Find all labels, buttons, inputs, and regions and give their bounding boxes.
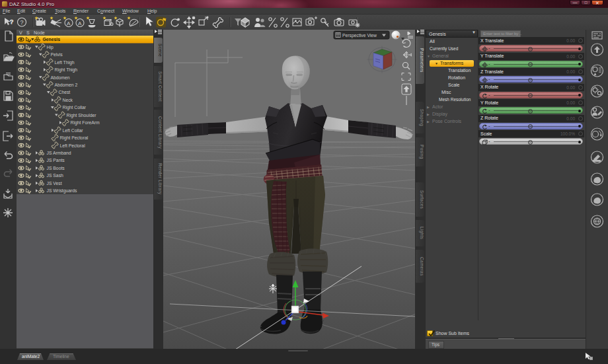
svg-text:Right ForeArm: Right ForeArm xyxy=(71,120,100,126)
svg-text:Right Shoulder: Right Shoulder xyxy=(67,113,97,118)
svg-text:JS Pants: JS Pants xyxy=(47,158,65,163)
svg-text:Right Thigh: Right Thigh xyxy=(55,67,78,73)
svg-text:JS Wristguards: JS Wristguards xyxy=(47,188,78,194)
svg-text:Left Thigh: Left Thigh xyxy=(55,60,75,65)
svg-text:JS Vest: JS Vest xyxy=(47,181,62,186)
svg-text:Right Collar: Right Collar xyxy=(63,105,87,110)
svg-text:Abdomen 2: Abdomen 2 xyxy=(55,83,78,87)
svg-text:A: A xyxy=(67,20,71,26)
svg-text:A: A xyxy=(78,20,82,26)
svg-text:Genesis: Genesis xyxy=(43,37,61,42)
svg-text:Pelvis: Pelvis xyxy=(51,52,63,57)
svg-text:Chest: Chest xyxy=(59,90,71,94)
svg-text:?: ? xyxy=(10,18,13,25)
svg-text:?: ? xyxy=(20,19,24,26)
svg-text:Neck: Neck xyxy=(63,98,73,102)
svg-text:Right Pectoral: Right Pectoral xyxy=(60,135,89,141)
svg-text:JS Armband: JS Armband xyxy=(47,151,71,155)
svg-text:Abdomen: Abdomen xyxy=(51,75,70,80)
svg-text:JS Sash: JS Sash xyxy=(47,173,64,178)
svg-text:Left Pectoral: Left Pectoral xyxy=(60,143,86,148)
svg-text:Perspective View: Perspective View xyxy=(342,33,377,38)
svg-text:Left Collar: Left Collar xyxy=(63,128,84,133)
svg-text:JS Boots: JS Boots xyxy=(47,166,65,170)
svg-text:Hip: Hip xyxy=(47,45,54,50)
